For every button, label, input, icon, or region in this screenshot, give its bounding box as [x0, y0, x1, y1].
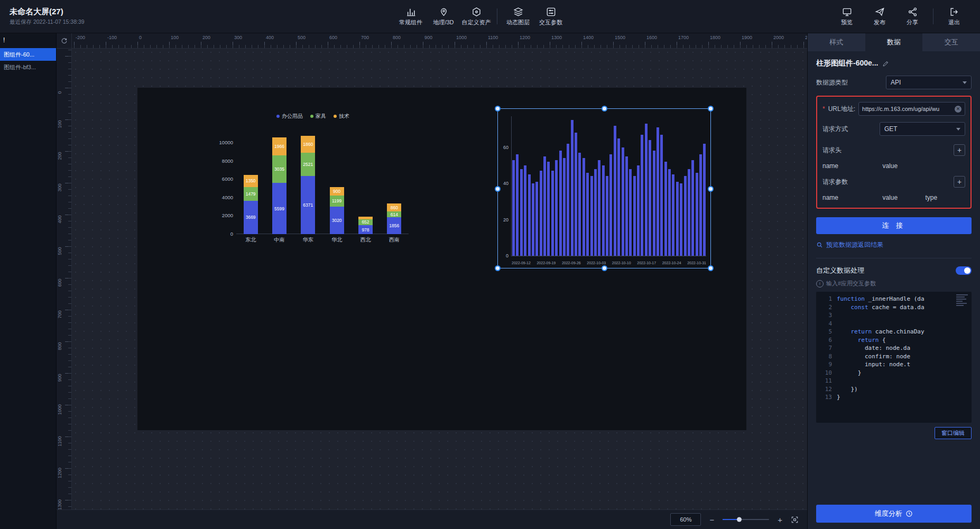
resize-handle-bottom-right[interactable] [708, 265, 714, 271]
horizontal-ruler[interactable]: -200-10001002003004005006007008009001000… [71, 33, 807, 49]
asset-hexagon-icon [471, 7, 482, 17]
tool-label: 预览 [841, 18, 853, 26]
resize-handle-middle-left[interactable] [495, 186, 501, 192]
chart-y-axis-line [511, 116, 512, 256]
tool-geo-pin[interactable]: 地理/3D [427, 7, 460, 26]
bar [528, 174, 531, 256]
clear-input-icon[interactable]: ✕ [955, 106, 961, 113]
bar-segment: 1479 [244, 187, 258, 201]
fit-screen-icon[interactable] [791, 516, 799, 524]
stacked-bar: 652978 [358, 217, 373, 234]
add-header-button[interactable]: + [954, 144, 965, 156]
bar [633, 176, 636, 256]
zoom-level-input[interactable]: 60% [670, 513, 701, 526]
tool-params[interactable]: 交互参数 [534, 7, 567, 26]
bar [684, 176, 687, 256]
magnifier-icon [816, 242, 823, 248]
ruler-label: 1000 [57, 402, 62, 417]
bar [649, 140, 651, 256]
connect-button[interactable]: 连 接 [816, 217, 972, 234]
zoom-slider-knob[interactable] [737, 517, 742, 522]
publish-icon [875, 7, 885, 17]
ruler-label: 1000 [456, 35, 467, 40]
ruler-label: 100 [57, 116, 62, 132]
tool-label: 交互参数 [539, 18, 562, 26]
last-saved-timestamp: 最近保存 2022-11-07 15:38:39 [10, 18, 131, 26]
bar-segment: 1856 [387, 217, 401, 234]
code-editor[interactable]: 1function _innerHandle (da2 const cache … [816, 292, 972, 423]
resize-handle-bottom-left[interactable] [495, 265, 501, 271]
bar [583, 158, 585, 256]
ruler-corner-refresh-icon[interactable] [57, 33, 72, 49]
tab-数据[interactable]: 数据 [865, 33, 923, 51]
code-text: return cache.chinaDay [837, 328, 924, 336]
tool-publish[interactable]: 发布 [863, 7, 896, 26]
url-input[interactable]: https://c.m.163.com/ug/api/wu ✕ [858, 102, 965, 116]
bar [668, 169, 671, 256]
canvas-viewport[interactable]: 办公用品家具技术 0200040006000800010000 13501479… [71, 48, 807, 510]
bar [657, 127, 659, 256]
stacked-bar-chart-component[interactable]: 办公用品家具技术 0200040006000800010000 13501479… [213, 106, 413, 244]
zoom-in-button[interactable]: + [778, 516, 782, 524]
preview-datasource-link[interactable]: 预览数据源返回结果 [816, 240, 972, 249]
tab-交互[interactable]: 交互 [922, 33, 980, 51]
request-method-label: 请求方式 [822, 125, 848, 134]
ruler-label: 800 [57, 338, 62, 354]
resize-handle-top-right[interactable] [708, 106, 714, 112]
column-name: name [822, 194, 882, 201]
line-number: 3 [816, 311, 837, 320]
resize-handle-middle-right[interactable] [708, 186, 714, 192]
tool-preview[interactable]: 预览 [830, 7, 863, 26]
x-tick-label: 华北 [331, 236, 342, 243]
code-text: }) [837, 385, 858, 394]
stacked-bar: 90011993020 [330, 187, 344, 234]
zoom-slider[interactable] [723, 519, 769, 520]
datasource-type-select[interactable]: API [886, 76, 972, 89]
y-tick-label: 4000 [213, 194, 233, 200]
ruler-label: 0 [139, 35, 142, 40]
add-param-button[interactable]: + [954, 176, 965, 188]
ruler-label: 400 [57, 211, 62, 227]
edit-pencil-icon[interactable] [882, 60, 889, 67]
chart-x-axis-line [511, 256, 706, 256]
tab-样式[interactable]: 样式 [808, 33, 865, 51]
request-headers-label: 请求头 [822, 146, 842, 155]
toolbar-divider [497, 8, 497, 24]
resize-handle-bottom-middle[interactable] [602, 265, 607, 271]
url-label: URL地址: [828, 105, 855, 114]
tool-exit[interactable]: 退出 [938, 7, 970, 26]
code-line: 6 return { [816, 336, 972, 345]
tool-share[interactable]: 分享 [896, 7, 929, 26]
bar-segment: 6371 [301, 176, 315, 234]
bar-segment: 3035 [272, 155, 286, 183]
tool-layers[interactable]: 动态图层 [502, 7, 534, 26]
share-icon [908, 7, 918, 17]
line-number: 10 [816, 369, 837, 377]
vertical-ruler[interactable]: 0100200300400500600700800900100011001200… [57, 48, 72, 510]
request-method-select[interactable]: GET [880, 122, 965, 136]
dimension-analysis-button[interactable]: 维度分析 [816, 505, 972, 523]
zoom-out-button[interactable]: − [709, 516, 714, 524]
selected-bar-chart-component[interactable]: 0204060 2022-09-122022-09-192022-09-2620… [497, 108, 711, 268]
params-columns: name value type [822, 194, 965, 201]
resize-handle-top-middle[interactable] [602, 106, 607, 112]
ruler-label: 1100 [57, 433, 62, 449]
resize-handle-top-left[interactable] [495, 106, 501, 112]
ruler-label: 0 [57, 85, 62, 100]
ruler-label: 1400 [583, 35, 594, 40]
design-artboard[interactable]: 办公用品家具技术 0200040006000800010000 13501479… [137, 88, 746, 430]
layer-item[interactable]: 图组件-bf3... [0, 61, 56, 73]
tool-asset-hexagon[interactable]: 自定义资产 [460, 7, 493, 26]
layer-item[interactable]: 图组件-60... [0, 48, 56, 61]
tool-label: 分享 [907, 18, 918, 26]
chart-plot-area: 135014793669东北196630355599中南186025216371… [236, 122, 409, 243]
tool-chart[interactable]: 常规组件 [394, 7, 427, 26]
ruler-label: 500 [298, 35, 306, 40]
ruler-label: 1300 [57, 497, 62, 510]
code-text [837, 311, 840, 320]
custom-processing-toggle[interactable] [956, 266, 972, 275]
window-edit-button[interactable]: 窗口编辑 [935, 427, 972, 439]
canvas-workspace: -200-10001002003004005006007008009001000… [57, 33, 807, 529]
x-tick-label: 2022-10-24 [662, 261, 681, 265]
bar [637, 165, 640, 256]
